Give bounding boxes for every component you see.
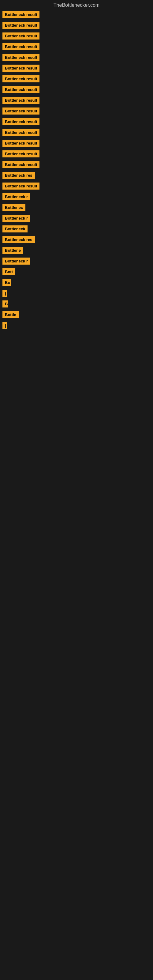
bottleneck-row: Bottleneck bbox=[0, 224, 153, 234]
bottleneck-row: Bottleneck result bbox=[0, 63, 153, 73]
bottleneck-row: Bottleneck r bbox=[0, 213, 153, 224]
bottleneck-badge[interactable]: Bottleneck result bbox=[2, 22, 40, 29]
bottleneck-row: Bottlene bbox=[0, 245, 153, 256]
bottleneck-row: Bottleneck result bbox=[0, 41, 153, 52]
bottleneck-badge[interactable]: Bott bbox=[2, 268, 15, 275]
bottleneck-badge[interactable]: B bbox=[2, 301, 8, 307]
bottleneck-row: Bottleneck res bbox=[0, 170, 153, 181]
bottleneck-badge[interactable]: Bottleneck result bbox=[2, 43, 40, 50]
bottleneck-badge[interactable]: Bottleneck result bbox=[2, 75, 40, 83]
bottleneck-row: Bottleneck result bbox=[0, 52, 153, 63]
bottleneck-badge[interactable]: Bottleneck result bbox=[2, 108, 40, 115]
bottleneck-row: Bottleneck result bbox=[0, 73, 153, 84]
site-title: TheBottlenecker.com bbox=[0, 0, 153, 9]
bottleneck-row: Bott bbox=[0, 266, 153, 277]
bottleneck-badge[interactable]: Bottleneck res bbox=[2, 236, 35, 243]
bottleneck-badge[interactable]: Bo bbox=[2, 279, 11, 286]
bottleneck-badge[interactable]: Bottleneck result bbox=[2, 183, 40, 189]
bottleneck-row: Bottleneck r bbox=[0, 256, 153, 266]
bottleneck-row: Bo bbox=[0, 277, 153, 288]
bottleneck-badge[interactable]: Bottleneck result bbox=[2, 118, 40, 125]
bottleneck-row: Bottleneck result bbox=[0, 148, 153, 159]
bottleneck-row: Bottle bbox=[0, 309, 153, 320]
bottleneck-row: Bottleneck result bbox=[0, 95, 153, 106]
bottleneck-row: Bottleneck res bbox=[0, 234, 153, 245]
bottleneck-row: Bottleneck r bbox=[0, 191, 153, 202]
bottleneck-badge[interactable]: Bottleneck result bbox=[2, 129, 40, 136]
bottleneck-row: Bottleneck result bbox=[0, 20, 153, 30]
bottleneck-row: Bottleneck result bbox=[0, 127, 153, 138]
bottleneck-badge[interactable]: Bottlenec bbox=[2, 204, 26, 211]
bottleneck-badge[interactable]: Bottleneck res bbox=[2, 172, 35, 179]
bottleneck-row: Bottleneck result bbox=[0, 138, 153, 148]
bottleneck-row: Bottlenec bbox=[0, 202, 153, 213]
bottleneck-badge[interactable]: Bottle bbox=[2, 311, 19, 318]
bottleneck-badge[interactable]: Bottleneck r bbox=[2, 215, 30, 222]
bottleneck-badge[interactable]: Bottleneck result bbox=[2, 11, 40, 18]
bottleneck-row: B bbox=[0, 299, 153, 309]
bottleneck-badge[interactable]: Bottleneck result bbox=[2, 161, 40, 168]
bottleneck-badge[interactable]: Bottlene bbox=[2, 247, 23, 254]
bottleneck-badge[interactable]: Bottleneck result bbox=[2, 150, 40, 158]
bottleneck-badge[interactable]: Bottleneck result bbox=[2, 140, 40, 147]
bottleneck-badge[interactable]: Bottleneck r bbox=[2, 258, 30, 265]
bottleneck-badge[interactable]: | bbox=[2, 322, 7, 329]
bottleneck-row: Bottleneck result bbox=[0, 9, 153, 20]
bottleneck-badge[interactable]: | bbox=[2, 290, 7, 297]
bottleneck-row: Bottleneck result bbox=[0, 106, 153, 116]
bottleneck-row: Bottleneck result bbox=[0, 116, 153, 127]
bottleneck-badge[interactable]: Bottleneck result bbox=[2, 86, 40, 93]
bottleneck-row: | bbox=[0, 320, 153, 331]
bottleneck-row: Bottleneck result bbox=[0, 159, 153, 170]
bottleneck-row: | bbox=[0, 288, 153, 299]
bottleneck-row: Bottleneck result bbox=[0, 84, 153, 95]
bottleneck-badge[interactable]: Bottleneck result bbox=[2, 97, 40, 104]
bottleneck-badge[interactable]: Bottleneck result bbox=[2, 54, 40, 61]
bottleneck-badge[interactable]: Bottleneck result bbox=[2, 65, 40, 72]
bottleneck-row: Bottleneck result bbox=[0, 30, 153, 41]
bottleneck-row: Bottleneck result bbox=[0, 181, 153, 191]
bottleneck-badge[interactable]: Bottleneck result bbox=[2, 32, 40, 40]
bottleneck-badge[interactable]: Bottleneck bbox=[2, 225, 27, 232]
bottleneck-badge[interactable]: Bottleneck r bbox=[2, 193, 30, 200]
